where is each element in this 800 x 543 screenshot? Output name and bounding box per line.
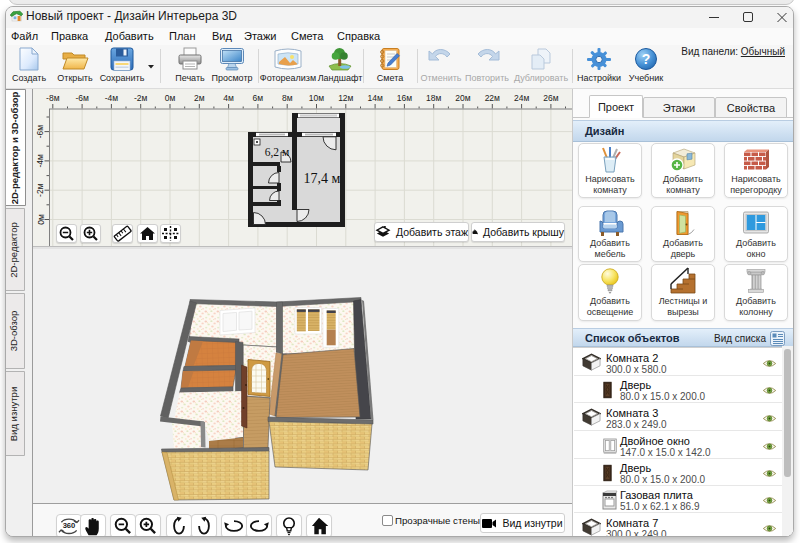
svg-text:6,2 м: 6,2 м bbox=[265, 146, 290, 159]
svg-text:?: ? bbox=[642, 51, 651, 67]
svg-text:-8м: -8м bbox=[46, 93, 60, 103]
svg-text:4м: 4м bbox=[223, 93, 234, 103]
svg-text:24м: 24м bbox=[514, 93, 529, 103]
svg-text:-4м: -4м bbox=[105, 93, 119, 103]
svg-text:-2м: -2м bbox=[134, 93, 148, 103]
svg-text:-6м: -6м bbox=[75, 93, 89, 103]
svg-text:26м: 26м bbox=[543, 93, 558, 103]
svg-text:18м: 18м bbox=[426, 93, 441, 103]
svg-text:16м: 16м bbox=[397, 93, 412, 103]
svg-text:20м: 20м bbox=[455, 93, 470, 103]
svg-text:8м: 8м bbox=[282, 93, 293, 103]
svg-text:0м: 0м bbox=[36, 214, 46, 225]
svg-text:22м: 22м bbox=[485, 93, 500, 103]
svg-text:0м: 0м bbox=[165, 93, 176, 103]
svg-text:12м: 12м bbox=[338, 93, 353, 103]
svg-text:17,4 м: 17,4 м bbox=[304, 171, 341, 186]
svg-text:10м: 10м bbox=[309, 93, 324, 103]
svg-text:-2м: -2м bbox=[36, 183, 46, 197]
svg-text:360: 360 bbox=[63, 521, 76, 530]
svg-text:6м: 6м bbox=[253, 93, 264, 103]
svg-text:2м: 2м bbox=[194, 93, 205, 103]
svg-text:-6м: -6м bbox=[36, 125, 46, 139]
svg-text:14м: 14м bbox=[367, 93, 382, 103]
svg-text:-4м: -4м bbox=[36, 154, 46, 168]
